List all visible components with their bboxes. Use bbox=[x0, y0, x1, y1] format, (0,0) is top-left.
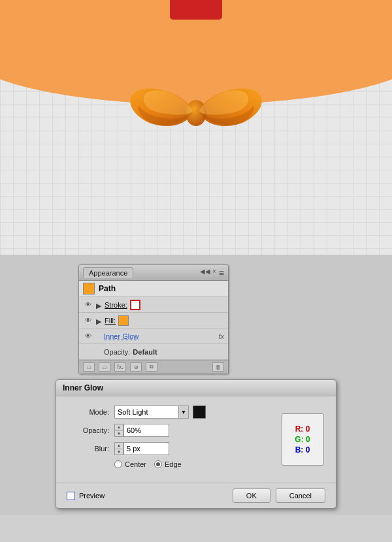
mode-row: Mode: ▼ bbox=[67, 406, 272, 419]
bottom-panel: Appearance ◀◀ × ≡ Path 👁 ▶ Stroke: bbox=[0, 255, 392, 515]
center-radio-label[interactable]: Center bbox=[114, 460, 146, 468]
opacity-visibility-icon bbox=[83, 348, 93, 356]
preview-checkbox[interactable] bbox=[67, 492, 75, 500]
blur-input[interactable] bbox=[123, 442, 169, 455]
fill-color-swatch[interactable] bbox=[118, 315, 129, 326]
path-row: Path bbox=[79, 281, 228, 297]
preview-label: Preview bbox=[79, 492, 105, 500]
appearance-tab[interactable]: Appearance bbox=[83, 267, 133, 278]
fx-icon: fx bbox=[218, 332, 224, 340]
edge-radio-btn[interactable] bbox=[154, 460, 162, 468]
stroke-visibility-icon[interactable]: 👁 bbox=[83, 301, 93, 309]
preview-checkbox-area: Preview bbox=[67, 492, 105, 500]
blur-up[interactable]: ▲ bbox=[115, 443, 123, 449]
mode-label: Mode: bbox=[67, 408, 109, 416]
rgb-r-value: R: 0 bbox=[295, 424, 310, 434]
appearance-titlebar: Appearance ◀◀ × ≡ bbox=[79, 265, 228, 281]
dialog-left-section: Mode: ▼ Opacity: ▲ ▼ bbox=[67, 406, 272, 473]
inner-glow-label[interactable]: Inner Glow bbox=[104, 332, 139, 340]
opacity-label: Opacity: bbox=[104, 348, 130, 356]
path-label: Path bbox=[99, 284, 116, 293]
inner-glow-dialog: Inner Glow Mode: ▼ Opacit bbox=[56, 379, 336, 509]
fill-row: 👁 ▶ Fill: bbox=[79, 313, 228, 328]
opacity-input-row: Opacity: ▲ ▼ bbox=[67, 424, 272, 437]
rgb-b-value: B: 0 bbox=[295, 445, 310, 454]
stroke-color-swatch[interactable] bbox=[130, 300, 140, 310]
duplicate-icon[interactable]: □ bbox=[99, 362, 110, 372]
mode-select-input[interactable] bbox=[114, 406, 180, 419]
glow-color-swatch[interactable] bbox=[193, 406, 206, 419]
delete-icon[interactable]: 🗑 bbox=[212, 362, 224, 372]
dialog-body: Mode: ▼ Opacity: ▲ ▼ bbox=[56, 396, 336, 483]
blur-spinner-wrapper: ▲ ▼ bbox=[114, 442, 169, 455]
blur-input-row: Blur: ▲ ▼ bbox=[67, 442, 272, 455]
opacity-value: Default bbox=[133, 348, 157, 356]
fx-add-icon[interactable]: fx. bbox=[114, 362, 126, 372]
stroke-label[interactable]: Stroke: bbox=[105, 301, 127, 309]
blur-down[interactable]: ▼ bbox=[115, 449, 123, 455]
opacity-row: Opacity: Default bbox=[79, 344, 228, 360]
fill-expand-icon[interactable]: ▶ bbox=[96, 317, 103, 324]
dialog-title: Inner Glow bbox=[63, 383, 103, 392]
appearance-panel: Appearance ◀◀ × ≡ Path 👁 ▶ Stroke: bbox=[78, 264, 229, 374]
dialog-right-section: R: 0 G: 0 B: 0 bbox=[280, 406, 325, 473]
inner-glow-visibility-icon[interactable]: 👁 bbox=[83, 332, 93, 340]
stroke-row: 👁 ▶ Stroke: bbox=[79, 297, 228, 313]
fill-visibility-icon[interactable]: 👁 bbox=[83, 317, 93, 325]
dialog-footer: Preview OK Cancel bbox=[56, 483, 336, 508]
inner-glow-row: 👁 Inner Glow fx bbox=[79, 328, 228, 344]
blur-spinner[interactable]: ▲ ▼ bbox=[114, 442, 123, 455]
edge-radio-label[interactable]: Edge bbox=[154, 460, 182, 468]
stroke-expand-icon[interactable]: ▶ bbox=[96, 302, 103, 308]
center-label: Center bbox=[125, 460, 146, 468]
opacity-input[interactable] bbox=[123, 424, 169, 437]
opacity-up[interactable]: ▲ bbox=[115, 424, 123, 431]
new-layer-icon[interactable]: □ bbox=[83, 362, 95, 372]
color-preview-box[interactable]: R: 0 G: 0 B: 0 bbox=[282, 413, 324, 466]
dialog-button-group: OK Cancel bbox=[233, 488, 325, 503]
rgb-g-value: G: 0 bbox=[295, 435, 310, 444]
copy-icon[interactable]: ⧉ bbox=[146, 362, 157, 372]
panel-controls: ◀◀ × ≡ bbox=[200, 268, 224, 278]
canvas-area bbox=[0, 0, 392, 255]
red-hat bbox=[170, 0, 222, 20]
ok-button[interactable]: OK bbox=[233, 488, 270, 503]
opacity-input-label: Opacity: bbox=[67, 426, 109, 434]
opacity-spinner-wrapper: ▲ ▼ bbox=[114, 424, 169, 437]
opacity-spinner[interactable]: ▲ ▼ bbox=[114, 424, 123, 437]
mode-select-wrapper: ▼ bbox=[114, 406, 206, 419]
dialog-titlebar: Inner Glow bbox=[56, 380, 336, 396]
blur-input-label: Blur: bbox=[67, 445, 109, 453]
radio-row: Center Edge bbox=[114, 460, 272, 468]
bowtie-shape bbox=[124, 72, 268, 157]
fill-label[interactable]: Fill: bbox=[105, 317, 116, 325]
appearance-body: Path 👁 ▶ Stroke: 👁 ▶ Fill: bbox=[79, 281, 228, 360]
panel-menu-icon[interactable]: ≡ bbox=[219, 268, 224, 278]
edge-label: Edge bbox=[165, 460, 182, 468]
path-color-swatch[interactable] bbox=[83, 283, 95, 295]
opacity-down[interactable]: ▼ bbox=[115, 431, 123, 437]
center-radio-btn[interactable] bbox=[114, 460, 122, 468]
appearance-footer: □ □ fx. ⊘ ⧉ 🗑 bbox=[79, 360, 228, 374]
mode-dropdown-arrow[interactable]: ▼ bbox=[178, 406, 189, 419]
cancel-button[interactable]: Cancel bbox=[276, 488, 325, 503]
clear-icon[interactable]: ⊘ bbox=[130, 362, 142, 372]
